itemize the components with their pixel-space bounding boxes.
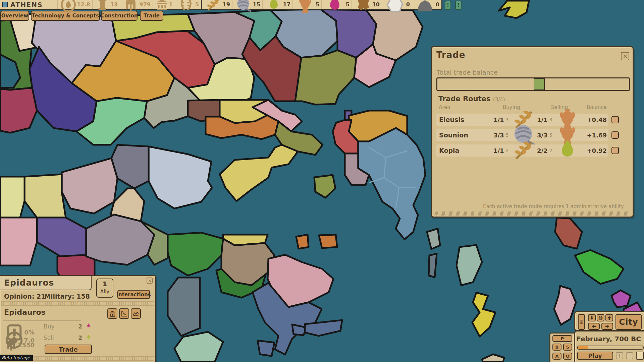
map-province[interactable] [296, 235, 309, 249]
terrain-button[interactable] [131, 308, 141, 319]
city-list-button[interactable] [578, 314, 585, 330]
buy-label: Buy [44, 323, 55, 330]
arrow-right-icon [605, 324, 610, 329]
oil-icon [86, 334, 92, 341]
trade-panel: Trade Total trade balance Trade Routes (… [431, 46, 634, 218]
overlay-button-o[interactable]: O [563, 353, 572, 360]
trade-balance-marker [534, 78, 545, 90]
route-area: Eleusis [436, 116, 493, 123]
sell-label: Sell [44, 335, 54, 341]
trade-balance-label: Total trade balance [437, 69, 498, 76]
route-area: Sounion [436, 131, 493, 139]
map-province[interactable] [0, 218, 37, 265]
column-header-area: Area [439, 104, 450, 110]
region-title-box: Epidauros [0, 276, 92, 290]
time-panel: February, 700 BC Play + − [574, 330, 644, 362]
pan-down-button[interactable] [588, 314, 596, 321]
list-icon [579, 319, 584, 324]
stat-gold: 12.8 [57, 0, 92, 9]
amphora-icon [295, 0, 316, 15]
pause-indicator-box[interactable] [636, 352, 644, 360]
meander-border [1, 301, 154, 306]
stat-marble: 0 [382, 0, 412, 9]
camera-nav-panel: City [574, 311, 644, 331]
oil-icon [265, 0, 283, 14]
top-resource-bar: ATHENS 12.8 13 979 1 5 19 15 17 5 5 10 0 [0, 0, 442, 10]
pan-right-button[interactable] [601, 323, 613, 330]
pan-left-button[interactable] [588, 323, 600, 330]
temple-icon [155, 0, 169, 11]
speed-minus-button[interactable]: − [626, 352, 633, 359]
map-province[interactable] [429, 254, 437, 277]
oil-icon [554, 137, 581, 164]
city-view-button[interactable]: City [615, 314, 642, 330]
overlay-button-a[interactable]: A [552, 353, 561, 360]
overlay-button-s[interactable]: S [563, 344, 572, 351]
dye-icon [86, 322, 92, 329]
stat-culture: 5 [175, 0, 201, 9]
month-progress-bar [577, 346, 644, 350]
map-province[interactable] [0, 177, 24, 218]
stat-oil: 17 [262, 0, 292, 9]
month-progress-fill [578, 346, 588, 349]
stat-wool: 15 [232, 0, 262, 9]
tab-overview[interactable]: Overview [0, 11, 29, 21]
trade-routes-title: Trade Routes (3/4) [438, 95, 505, 103]
trade-panel-close-button[interactable] [621, 52, 629, 60]
tab-trade[interactable]: Trade [140, 11, 163, 21]
divider [3, 320, 81, 321]
overlay-button-b[interactable]: B [552, 344, 561, 351]
player-city-name: ATHENS [10, 1, 57, 8]
stone-icon [414, 0, 436, 15]
stat-temples: 1 [153, 0, 175, 9]
pan-up-button[interactable] [605, 314, 613, 321]
trade-footer-note: Each active trade route requires 1 admin… [483, 203, 624, 209]
close-icon [148, 279, 152, 283]
trade-panel-title: Trade [436, 50, 466, 60]
stat-amphora: 5 [292, 0, 321, 9]
region-opinion: Opinion: 21 [4, 293, 46, 300]
region-trade-button[interactable]: Trade [45, 345, 92, 354]
map-province[interactable] [258, 341, 274, 356]
center-view-button[interactable] [597, 314, 604, 321]
tab-construction[interactable]: Construction [101, 11, 138, 21]
column-header-balance: Balance [587, 104, 607, 110]
interactions-button[interactable]: Interactions [117, 290, 150, 299]
wheat-icon [204, 0, 223, 14]
hide-icon [354, 0, 372, 14]
terrain-icon [132, 310, 140, 317]
stat-stone: 0 [412, 0, 441, 9]
route-balance: +0.92 [581, 147, 607, 154]
current-date: February, 700 BC [576, 335, 641, 343]
trade-route-row[interactable]: Kopia 1/1 2 2/2 2 +0.92 [436, 144, 608, 157]
ally-label: Ally [97, 289, 113, 295]
marble-icon [384, 0, 406, 15]
target-icon [598, 315, 603, 320]
buildings-button[interactable] [107, 308, 117, 319]
route-checkbox-2[interactable] [611, 131, 619, 139]
region-military: Military: 158 [44, 293, 90, 300]
alert-button-2[interactable]: ! [455, 1, 462, 10]
region-stat-military: 1550 [4, 339, 35, 352]
route-checkbox-1[interactable] [611, 116, 619, 123]
region-panel-close-button[interactable] [147, 278, 153, 284]
overlay-button-p[interactable]: P [552, 335, 572, 342]
route-checkbox-3[interactable] [611, 147, 619, 154]
ally-button[interactable]: 1 Ally [96, 279, 113, 298]
stat-dye: 5 [321, 0, 352, 9]
route-balance: +0.48 [581, 116, 607, 123]
dye-icon [324, 0, 346, 15]
helmet-icon [4, 339, 18, 352]
wool-icon [234, 0, 253, 14]
speed-plus-button[interactable]: + [616, 352, 623, 359]
region-title: Epidauros [4, 278, 54, 288]
tab-technology[interactable]: Technology & Concepts [31, 11, 100, 21]
statistics-button[interactable] [119, 308, 129, 319]
stat-population: 13 [92, 0, 120, 9]
arrow-left-icon [591, 324, 596, 329]
alert-button-1[interactable]: ! [445, 1, 451, 10]
close-icon [623, 54, 628, 59]
beta-footage-label: Beta footage [0, 355, 33, 361]
map-province[interactable] [319, 235, 337, 248]
play-button[interactable]: Play [577, 352, 613, 360]
